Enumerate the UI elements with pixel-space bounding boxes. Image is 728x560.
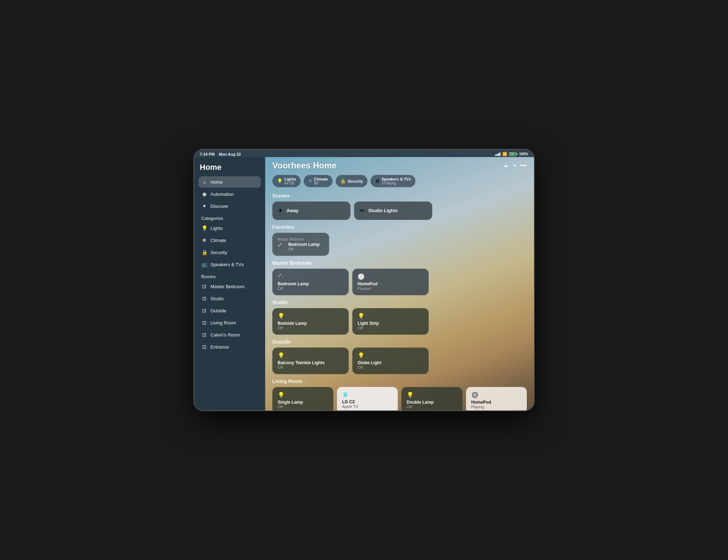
security-icon: 🔒 [201,249,208,255]
bedside-lamp-title: Bedside Lamp [278,321,343,326]
homepod-living-title: HomePod [471,400,522,405]
lights-icon: 💡 [201,225,208,231]
away-scene-label: Away [287,208,299,214]
outside-row: 💡 Balcony Twinkle Lights Off 💡 Globe Lig… [272,348,527,374]
bedroom-lamp-icon: 🔌 [278,273,343,280]
sidebar-item-security[interactable]: 🔒 Security [198,247,261,258]
studio-lights-scene-card[interactable]: ✏ Studio Lights [354,201,432,220]
signal-icon [495,152,500,156]
more-button[interactable]: ••• [520,162,527,169]
outside-title: Outside [272,339,291,345]
master-bedroom-label: Master Bedroom [210,284,245,289]
discover-icon: ✦ [201,203,208,209]
security-pill-icon: 🔒 [340,178,346,184]
security-pill[interactable]: 🔒 Security [336,175,368,187]
bedside-lamp-status: Off [278,326,343,330]
sidebar-item-master-bedroom[interactable]: ⊡ Master Bedroom [198,281,261,292]
climate-pill[interactable]: ❄ Climate 86° [304,175,333,187]
globe-light-card[interactable]: 💡 Globe Light Off [352,348,429,374]
living-room-label: Living Room [210,320,236,325]
outside-label: Outside [210,308,226,313]
living-room-chevron[interactable]: › [304,379,305,383]
studio-title: Studio [272,300,288,305]
balcony-twinkle-icon: 💡 [278,352,343,359]
sidebar-item-entrance[interactable]: ⊡ Entrance [198,341,261,352]
bedside-lamp-card[interactable]: 💡 Bedside Lamp Off [272,308,349,335]
room-icon-1: ⊡ [201,295,208,302]
sidebar-item-outside[interactable]: ⊡ Outside [198,305,261,316]
speakers-pill[interactable]: 🖥 Speakers & TVs 3 Playing [370,175,416,187]
security-pill-text: Security [348,179,363,183]
lg-c2-title: LG C2 [342,399,393,404]
master-bedroom-row: 🔌 Bedroom Lamp Off ⚪ HomePod Paused [272,269,527,295]
room-icon-2: ⊡ [201,307,208,314]
lights-pill[interactable]: 💡 Lights All Off [272,175,301,187]
main-content: Home ⌂ Home ◉ Automation ✦ Discover [194,157,534,410]
bedroom-lamp-title: Bedroom Lamp [278,281,343,286]
room-icon-5: ⊡ [201,344,208,350]
automation-icon: ◉ [201,191,208,197]
homepod-master-card[interactable]: ⚪ HomePod Paused [352,269,429,295]
sidebar-item-home[interactable]: ⌂ Home [198,176,261,188]
category-pills: 💡 Lights All Off ❄ Climate 86° [272,175,527,187]
balcony-twinkle-status: Off [278,365,343,370]
living-room-row: 💡 Single Lamp Off 🖥 LG C2 Apple TV 💡 Dou… [272,387,527,410]
light-strip-card[interactable]: 💡 Light Strip Off [352,308,429,335]
lg-c2-status: Apple TV [342,404,393,409]
homepod-master-title: HomePod [358,281,423,286]
studio-lights-label: Studio Lights [368,208,398,214]
sidebar-item-living-room[interactable]: ⊡ Living Room [198,317,261,328]
lg-c2-card[interactable]: 🖥 LG C2 Apple TV [337,387,398,410]
bedroom-lamp-fav-card[interactable]: Master Bedroom 🔌 Bedroom Lamp Off [272,233,329,256]
single-lamp-card[interactable]: 💡 Single Lamp Off [272,387,333,410]
double-lamp-status: Off [407,405,457,409]
homepod-living-status: Playing [471,405,522,409]
double-lamp-icon: 💡 [407,392,457,398]
away-scene-card[interactable]: ✈ Away [272,201,350,220]
master-bedroom-title: Master Bedroom [272,260,311,266]
sidebar-item-discover[interactable]: ✦ Discover [198,200,261,212]
battery-percent: 100% [519,152,528,156]
light-strip-status: Off [358,326,423,330]
sidebar-item-studio[interactable]: ⊡ Studio [198,293,261,304]
sidebar-item-climate[interactable]: ❄ Climate [198,235,261,246]
add-button[interactable]: + [513,162,517,169]
light-strip-title: Light Strip [358,321,423,326]
scenes-chevron[interactable]: › [291,194,293,198]
bar3 [498,153,499,156]
sidebar-item-speakers[interactable]: 📺 Speakers & TVs [198,259,261,270]
outside-chevron[interactable]: › [292,340,294,344]
automation-label: Automation [210,192,234,197]
climate-icon: ❄ [201,237,208,243]
master-bedroom-chevron[interactable]: › [313,261,314,265]
master-bedroom-header: Master Bedroom › [272,260,527,266]
single-lamp-status: Off [278,405,328,409]
favorites-header: Favorites [272,224,527,230]
room-icon-4: ⊡ [201,332,208,338]
homepod-living-card[interactable]: 🔘 HomePod Playing [466,387,527,410]
studio-chevron[interactable]: › [289,300,291,305]
favorites-row: Master Bedroom 🔌 Bedroom Lamp Off [272,233,527,256]
speakers-label: Speakers & TVs [210,262,244,267]
ipad-screen: 7:34 PM Mon Aug 22 📶 100 [194,150,534,410]
fav-status: Off [288,247,320,251]
panel-title: Voorhees Home [272,161,337,171]
bedroom-lamp-card[interactable]: 🔌 Bedroom Lamp Off [272,269,349,295]
header-actions: ⏶ + ••• [503,162,527,169]
siri-button[interactable]: ⏶ [503,162,509,169]
globe-light-title: Globe Light [358,360,423,365]
entrance-label: Entrance [210,344,229,350]
security-label: Security [210,250,227,255]
sidebar-item-lights[interactable]: 💡 Lights [198,222,261,234]
balcony-twinkle-card[interactable]: 💡 Balcony Twinkle Lights Off [272,348,349,374]
lg-c2-icon: 🖥 [342,392,393,398]
discover-label: Discover [210,204,229,209]
sidebar-item-calvins-room[interactable]: ⊡ Calvin's Room [198,329,261,340]
battery-icon [509,152,517,156]
scenes-title: Scenes [272,193,290,199]
homepod-living-icon: 🔘 [471,392,522,398]
bedroom-lamp-status: Off [278,286,343,291]
double-lamp-card[interactable]: 💡 Double Lamp Off [401,387,462,410]
sidebar-item-automation[interactable]: ◉ Automation [198,188,261,200]
status-bar-right: 📶 100% [495,152,528,156]
